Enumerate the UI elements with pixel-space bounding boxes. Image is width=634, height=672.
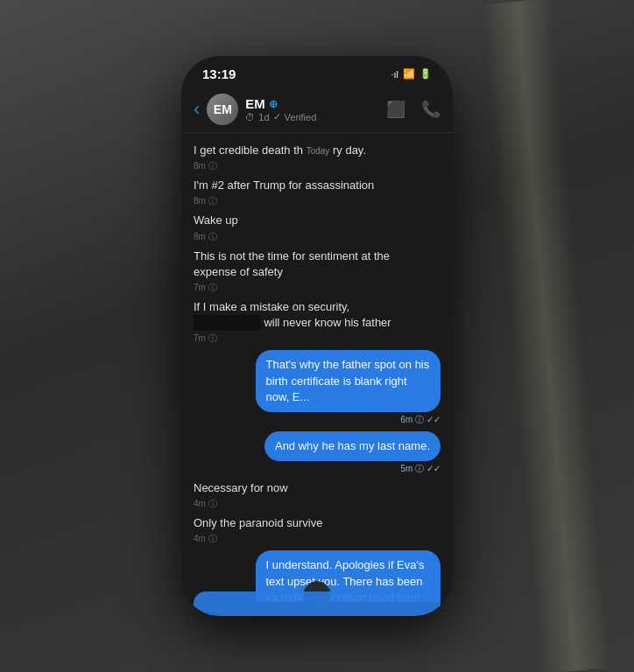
- message-text: Necessary for now: [194, 480, 288, 496]
- clock-icon: ⏱: [245, 112, 255, 122]
- message-text: If I make a mistake on security, ████ wi…: [194, 299, 404, 331]
- message-row: Wake up 8m ⓘ: [181, 210, 453, 245]
- message-row: If I make a mistake on security, ████ wi…: [181, 297, 453, 347]
- status-time: 13:19: [202, 66, 236, 81]
- scene: 13:19 ·ıl 📶 🔋 ‹ EM EM ⊕: [0, 0, 634, 672]
- message-text: Wake up: [194, 213, 238, 228]
- message-text: Only the paranoid survive: [194, 515, 322, 531]
- signal-icon: ·ıl: [391, 69, 398, 80]
- message-text: I get credible death th Today ry day.: [194, 143, 366, 158]
- wifi-icon: 📶: [403, 68, 415, 80]
- message-row: That's why the father spot on his birth …: [181, 347, 453, 429]
- message-meta: 5m ⓘ ✓✓: [401, 463, 440, 475]
- chat-header: ‹ EM EM ⊕ ⏱ 1d ✓ Verified: [181, 87, 453, 133]
- contact-name: EM ⊕: [245, 96, 386, 111]
- message-row: And why he has my last name. 5m ⓘ ✓✓: [181, 429, 453, 478]
- message-row: I'm #2 after Trump for assassination 8m …: [181, 175, 453, 210]
- message-meta: 8m ⓘ: [194, 195, 217, 207]
- header-actions: ⬛ 📞: [386, 100, 440, 119]
- verified-badge: ⊕: [269, 98, 278, 110]
- battery-icon: 🔋: [419, 68, 432, 80]
- message-row: Necessary for now 4m ⓘ: [181, 478, 453, 513]
- message-text: This is not the time for sentiment at th…: [194, 248, 404, 280]
- compose-bar[interactable]: [194, 592, 440, 616]
- message-meta: 7m ⓘ: [194, 282, 217, 294]
- message-meta: 4m ⓘ: [194, 498, 217, 510]
- phone: 13:19 ·ıl 📶 🔋 ‹ EM EM ⊕: [181, 56, 453, 616]
- video-call-icon[interactable]: ⬛: [386, 100, 405, 119]
- message-meta: 6m ⓘ ✓✓: [401, 414, 440, 426]
- message-meta: 8m ⓘ: [194, 160, 217, 172]
- verified-check: ✓: [273, 111, 281, 122]
- message-meta: 8m ⓘ: [194, 231, 217, 243]
- message-meta: 7m ⓘ: [194, 332, 217, 345]
- phone-call-icon[interactable]: 📞: [421, 100, 440, 119]
- status-bar: 13:19 ·ıl 📶 🔋: [181, 56, 453, 87]
- redacted-text: ████: [194, 315, 261, 331]
- message-row: I get credible death th Today ry day. 8m…: [181, 140, 453, 175]
- message-row: Only the paranoid survive 4m ⓘ: [181, 513, 453, 548]
- sent-bubble: And why he has my last name.: [264, 431, 440, 461]
- chat-body[interactable]: I get credible death th Today ry day. 8m…: [181, 133, 453, 602]
- contact-subtitle: ⏱ 1d ✓ Verified: [245, 111, 386, 122]
- message-row: This is not the time for sentiment at th…: [181, 246, 453, 297]
- message-meta: 4m ⓘ: [194, 533, 217, 545]
- contact-avatar: EM: [207, 94, 238, 125]
- message-text: I'm #2 after Trump for assassination: [194, 178, 374, 193]
- back-button[interactable]: ‹: [194, 98, 200, 121]
- status-icons: ·ıl 📶 🔋: [391, 68, 432, 80]
- sent-bubble: That's why the father spot on his birth …: [256, 350, 441, 412]
- contact-info: EM ⊕ ⏱ 1d ✓ Verified: [245, 96, 386, 122]
